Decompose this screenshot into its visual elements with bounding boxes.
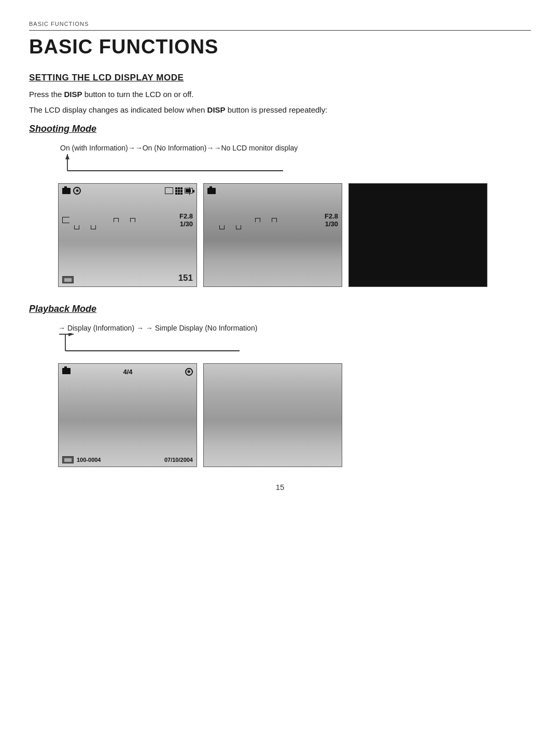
body-line2: The LCD display changes as indicated bel…: [29, 104, 531, 116]
body-line1: Press the DISP button to turn the LCD on…: [29, 88, 531, 101]
playback-arrow-svg: [58, 333, 245, 352]
cam-icon-1: [62, 188, 71, 194]
playback-diagram: → Display (Information) → → Simple Displ…: [58, 324, 531, 354]
battery-bottom-1: [62, 276, 74, 283]
top-rule: [29, 30, 531, 31]
screen1-overlay: ✱: [59, 184, 197, 286]
shooting-mode-title: Shooting Mode: [29, 124, 531, 134]
page-container: BASIC FUNCTIONS BASIC FUNCTIONS SETTING …: [0, 0, 560, 523]
cam-icon-2: [207, 188, 216, 194]
page-title: BASIC FUNCTIONS: [29, 36, 531, 58]
playback-mode-title: Playback Mode: [29, 304, 531, 314]
section-heading: SETTING THE LCD DISPLAY MODE: [29, 73, 531, 83]
shooting-diagram-text: On (with Information)→→On (No Informatio…: [60, 144, 531, 152]
screen1-fvalue: F2.8: [179, 212, 193, 220]
breadcrumb: BASIC FUNCTIONS: [29, 21, 531, 27]
playback-screen-1: 4/4 ◉ 100-0004 07/10/2004: [58, 363, 197, 467]
play-cam-icon: [62, 368, 71, 374]
screen2-fvalue: F2.8: [325, 212, 338, 220]
shooting-screen-2: F2.8 1/30: [203, 183, 342, 287]
playback-circ-icon: ◉: [185, 368, 193, 376]
circ-icon-1: ✱: [73, 187, 81, 195]
shooting-screen-1: ✱: [58, 183, 197, 287]
svg-marker-6: [68, 333, 74, 336]
screen2-overlay: F2.8 1/30: [204, 184, 342, 286]
svg-marker-2: [65, 154, 69, 159]
shooting-mode-section: Shooting Mode On (with Information)→→On …: [29, 124, 531, 287]
playback-screen-2: [203, 363, 342, 467]
screen2-shutter: 1/30: [325, 220, 338, 228]
playback-counter: 4/4: [123, 368, 132, 376]
disp-bold-1: DISP: [64, 90, 82, 99]
screen1-counter: 151: [178, 273, 193, 283]
playback-date: 07/10/2004: [164, 457, 193, 463]
shooting-arrow-svg: [60, 153, 288, 172]
shooting-screens-row: ✱: [58, 183, 531, 287]
grid-icon-1: [175, 187, 183, 195]
page-number: 15: [29, 483, 531, 491]
playback-filename: 100-0004: [77, 457, 101, 463]
shooting-diagram: On (with Information)→→On (No Informatio…: [60, 144, 531, 174]
shooting-screen-3: [348, 183, 487, 287]
screen1-shutter: 1/30: [179, 220, 193, 228]
disp-bold-2: DISP: [207, 105, 226, 114]
playback-screens-row: 4/4 ◉ 100-0004 07/10/2004: [58, 363, 531, 467]
playback-diagram-text: → Display (Information) → → Simple Displ…: [58, 324, 257, 332]
frame-icon-1: [165, 187, 173, 194]
bracket-left-1: [62, 217, 69, 223]
playback-screen1-overlay: 4/4 ◉ 100-0004 07/10/2004: [59, 364, 197, 467]
battery-icon-1: [185, 188, 193, 194]
play-battery-icon: [62, 456, 74, 463]
playback-mode-section: Playback Mode → Display (Information) → …: [29, 304, 531, 467]
